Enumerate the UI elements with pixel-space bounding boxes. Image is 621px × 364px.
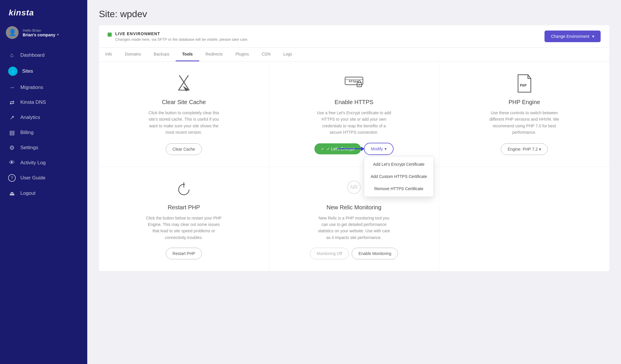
- new-relic-icon: NR: [344, 179, 364, 199]
- logo: kinsta: [0, 0, 87, 23]
- tool-card-clear-cache: Clear Site Cache Click the button to com…: [99, 62, 269, 167]
- sidebar-item-label: Settings: [20, 145, 38, 151]
- modify-button[interactable]: Modify ▾: [364, 143, 394, 155]
- tool-title: PHP Engine: [508, 99, 540, 106]
- modify-dropdown-wrapper: Modify ▾ Add Let's Encrypt Certificate A…: [364, 143, 394, 155]
- svg-text:PHP: PHP: [520, 83, 527, 88]
- billing-icon: ▤: [8, 129, 16, 136]
- modify-dropdown-menu: Add Let's Encrypt Certificate Add Custom…: [364, 156, 434, 197]
- sidebar-item-kinsta-dns[interactable]: ⇄ Kinsta DNS: [0, 95, 87, 110]
- settings-icon: ⚙: [8, 144, 16, 151]
- main-nav: ⌂ Dashboard ◉ Sites → Migrations ⇄ Kinst…: [0, 45, 87, 364]
- main-content: Site: wpdev LIVE ENVIRONMENT Changes mad…: [87, 0, 621, 364]
- sidebar-item-activity-log[interactable]: 👁 Activity Log: [0, 155, 87, 170]
- content-area: LIVE ENVIRONMENT Changes made here, via …: [87, 25, 621, 364]
- dropdown-item-add-lets-encrypt[interactable]: Add Let's Encrypt Certificate: [364, 158, 433, 170]
- tab-backups[interactable]: Backups: [147, 48, 176, 61]
- sidebar-item-sites[interactable]: ◉ Sites: [0, 63, 87, 80]
- tab-logs[interactable]: Logs: [277, 48, 298, 61]
- env-title: LIVE ENVIRONMENT: [115, 31, 248, 36]
- env-description: Changes made here, via SFTP or the datab…: [115, 37, 248, 42]
- sidebar: kinsta 👤 Hello Brian Brian's company ▾ ⌂…: [0, 0, 87, 364]
- clear-cache-button[interactable]: Clear Cache: [166, 143, 202, 155]
- svg-line-1: [179, 76, 188, 90]
- tool-description: Use these controls to switch between dif…: [487, 110, 562, 136]
- clear-cache-icon: [174, 73, 194, 94]
- sidebar-item-analytics[interactable]: ↗ Analytics: [0, 110, 87, 125]
- php-icon: PHP: [514, 73, 535, 94]
- tool-title: Enable HTTPS: [334, 99, 373, 106]
- eye-icon: 👁: [8, 159, 16, 166]
- sidebar-item-label: Activity Log: [20, 160, 46, 166]
- sidebar-item-label: Logout: [20, 190, 35, 196]
- sidebar-item-label: Billing: [20, 130, 33, 135]
- tool-actions: Monitoring Off Enable Monitoring: [310, 248, 398, 259]
- monitoring-off-button[interactable]: Monitoring Off: [310, 248, 349, 259]
- tool-actions: Restart PHP: [166, 248, 202, 259]
- change-environment-button[interactable]: Change Environment ▾: [545, 31, 601, 42]
- tab-tools[interactable]: Tools: [176, 48, 199, 61]
- logout-icon: ⏏: [8, 190, 16, 197]
- svg-text:NR: NR: [350, 184, 358, 190]
- tool-description: Click the button to completely clear thi…: [146, 110, 222, 136]
- enable-monitoring-button[interactable]: Enable Monitoring: [352, 248, 398, 259]
- env-info: LIVE ENVIRONMENT Changes made here, via …: [108, 31, 248, 42]
- analytics-icon: ↗: [8, 114, 16, 121]
- tool-actions: ✓ ✓ Let's Encrypt Modify ▾: [314, 143, 394, 155]
- engine-label: Engine: PHP 7.2 ▾: [508, 147, 541, 151]
- env-text: LIVE ENVIRONMENT Changes made here, via …: [115, 31, 248, 42]
- sidebar-item-logout[interactable]: ⏏ Logout: [0, 186, 87, 201]
- environment-bar: LIVE ENVIRONMENT Changes made here, via …: [99, 25, 609, 48]
- user-profile[interactable]: 👤 Hello Brian Brian's company ▾: [0, 23, 87, 45]
- restart-php-icon: [174, 179, 194, 199]
- tools-grid: Clear Site Cache Click the button to com…: [99, 62, 609, 271]
- tool-actions: Clear Cache: [166, 143, 202, 155]
- php-engine-button[interactable]: Engine: PHP 7.2 ▾: [501, 143, 547, 155]
- tab-plugins[interactable]: Plugins: [229, 48, 255, 61]
- dns-icon: ⇄: [8, 99, 16, 106]
- modify-label: Modify: [371, 147, 383, 151]
- restart-php-button[interactable]: Restart PHP: [166, 248, 202, 259]
- dropdown-arrow: [338, 147, 364, 151]
- dropdown-item-add-custom-https[interactable]: Add Custom HTTPS Certificate: [364, 170, 433, 183]
- dropdown-item-remove-https[interactable]: Remove HTTPS Certificate: [364, 183, 433, 195]
- sidebar-item-label: Kinsta DNS: [20, 99, 46, 105]
- chevron-down-icon: ▾: [592, 34, 594, 39]
- tool-actions: Engine: PHP 7.2 ▾: [501, 143, 547, 155]
- user-company: Brian's company ▾: [23, 33, 59, 37]
- home-icon: ⌂: [8, 52, 16, 58]
- user-info: Hello Brian Brian's company ▾: [23, 28, 59, 37]
- tools-panel: Clear Site Cache Click the button to com…: [99, 62, 609, 271]
- sub-navigation: Info Domains Backups Tools Redirects Plu…: [99, 48, 609, 62]
- chevron-down-icon: ▾: [385, 147, 387, 151]
- user-greeting: Hello Brian: [23, 28, 59, 33]
- sidebar-item-label: Migrations: [20, 85, 43, 90]
- sidebar-item-billing[interactable]: ▤ Billing: [0, 125, 87, 140]
- page-header: Site: wpdev: [87, 0, 621, 25]
- sidebar-item-user-guide[interactable]: ? User Guide: [0, 170, 87, 186]
- tool-card-enable-https: https Enable HTTPS Use a free Let's Encr…: [269, 62, 439, 167]
- live-indicator: [108, 33, 112, 37]
- tool-card-restart-php: Restart PHP Click the button below to re…: [99, 167, 269, 272]
- sidebar-item-settings[interactable]: ⚙ Settings: [0, 140, 87, 155]
- tab-info[interactable]: Info: [99, 48, 118, 61]
- tool-description: Use a free Let's Encrypt certificate to …: [316, 110, 392, 136]
- sidebar-item-dashboard[interactable]: ⌂ Dashboard: [0, 48, 87, 63]
- sidebar-item-migrations[interactable]: → Migrations: [0, 80, 87, 95]
- tool-title: Clear Site Cache: [162, 99, 206, 106]
- tool-description: New Relic is a PHP monitoring tool you c…: [316, 215, 392, 241]
- https-icon: https: [344, 73, 364, 94]
- tab-cdn[interactable]: CDN: [255, 48, 277, 61]
- help-icon: ?: [8, 174, 16, 182]
- page-title: Site: wpdev: [99, 9, 609, 19]
- tool-title: New Relic Monitoring: [327, 204, 382, 211]
- avatar: 👤: [6, 26, 19, 39]
- sites-icon: ◉: [8, 67, 17, 76]
- sidebar-item-label: Analytics: [20, 115, 40, 120]
- tool-card-php-engine: PHP PHP Engine Use these controls to swi…: [439, 62, 609, 167]
- tab-redirects[interactable]: Redirects: [199, 48, 229, 61]
- sidebar-item-label: User Guide: [20, 175, 45, 181]
- tool-title: Restart PHP: [168, 204, 200, 211]
- tool-description: Click the button below to restart your P…: [146, 215, 222, 241]
- tab-domains[interactable]: Domains: [118, 48, 147, 61]
